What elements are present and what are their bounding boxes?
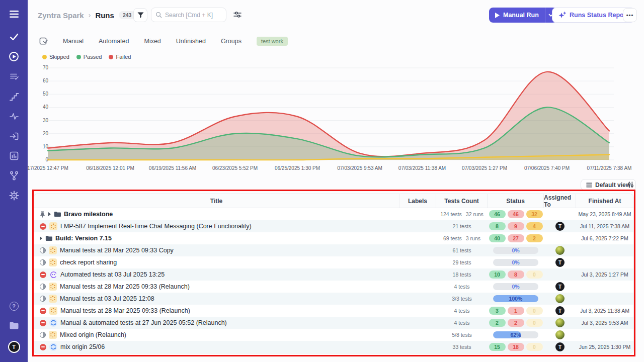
title-cell: Manual tests at 28 Mar 2025 09:33 (Relau… [34,281,399,293]
run-title[interactable]: check report sharing [60,259,117,266]
help-icon[interactable]: ? [10,302,19,311]
default-view-label: Default view [595,182,630,189]
sign-in-icon[interactable] [9,131,20,142]
tab-manual[interactable]: Manual [63,38,84,45]
table-row[interactable]: Mixed origin (Relaunch)5/8 tests62% [34,329,633,341]
assigned-to-cell [544,268,576,281]
test-plans-icon[interactable] [9,71,20,82]
column-header-labels[interactable]: Labels [399,194,436,208]
settings-gear-icon[interactable] [9,190,20,201]
run-title[interactable]: Bravo milestone [64,211,113,218]
run-title[interactable]: Automated tests at 03 Jul 2025 13:25 [60,271,165,278]
projects-folder-icon[interactable] [9,320,20,331]
tab-mixed[interactable]: Mixed [144,38,160,45]
finished-at-cell: Jul 11, 2025 7:38 AM [576,220,633,232]
filter-button[interactable] [133,8,147,22]
column-header-title[interactable]: Title [34,194,399,208]
milestones-steps-icon[interactable] [9,91,20,102]
column-header-finished-at[interactable]: Finished At [576,194,633,208]
run-title[interactable]: Build: Version 7.15 [55,235,112,242]
tests-count-cell: 33 tests [436,341,488,353]
expand-caret-icon[interactable] [48,212,51,216]
table-row[interactable]: Manual tests at 03 Jul 2025 12:083/3 tes… [34,293,633,305]
user-avatar[interactable]: T [8,341,20,353]
tab-automated[interactable]: Automated [99,38,129,45]
column-header-status[interactable]: Status [488,194,544,208]
table-row[interactable]: LMP-587 Implement Real-Time Chat Messagi… [34,220,633,232]
assignee-avatar[interactable] [555,330,565,339]
run-play-icon[interactable] [9,51,20,62]
table-row[interactable]: check report sharing29 tests0%T [34,256,633,268]
progress-label: 0% [493,259,538,266]
finished-at: Jul 3, 2025 9:53 AM [582,320,628,326]
run-title[interactable]: Manual & automated tests at 27 Jun 2025 … [60,319,227,326]
legend-item: Failed [109,54,131,60]
assignee-avatar[interactable]: T [555,258,565,267]
pin-icon[interactable] [40,211,45,218]
status-pills: 894 [489,222,543,230]
progress-label: 0% [493,283,538,290]
assignee-avatar[interactable] [555,318,565,327]
finished-at-cell: Jul 6, 2025 7:22 PM [576,232,633,244]
table-row[interactable]: Manual tests at 28 Mar 2025 09:33 Copy61… [34,244,633,256]
tasks-check-icon[interactable] [9,31,20,42]
expand-caret-icon[interactable] [40,236,42,240]
runs-status-report-button[interactable]: Runs Status Report [552,8,635,23]
run-title[interactable]: Manual tests at 28 Mar 2025 09:33 Copy [60,247,174,254]
finished-at: Jul 6, 2025 7:22 PM [581,235,628,241]
table-row[interactable]: Manual tests at 28 Mar 2025 09:33 (Relau… [34,281,633,293]
assignee-avatar[interactable]: T [555,342,565,351]
tab-unfinished[interactable]: Unfinished [176,38,206,45]
tab-groups[interactable]: Groups [221,38,242,45]
manual-run-button[interactable]: Manual Run [489,8,545,23]
run-title[interactable]: mix origin 25/06 [60,343,105,350]
labels-cell [399,208,436,220]
table-row[interactable]: Bravo milestone124 tests32 runs464632May… [34,208,633,220]
select-runs-icon[interactable] [39,37,48,46]
column-header-assigned-to[interactable]: Assigned To [544,194,576,208]
status-cell: 62% [488,329,544,341]
table-row[interactable]: Build: Version 7.1569 tests3 runs40272Ju… [34,232,633,244]
run-title[interactable]: Mixed origin (Relaunch) [60,331,126,338]
labels-cell [399,293,436,305]
finished-at-cell [576,293,633,305]
search-input[interactable] [165,12,220,19]
view-settings-icon[interactable] [627,181,634,191]
finished-at: Jul 3, 2025 11:38 AM [580,308,629,314]
menu-icon[interactable] [9,9,20,20]
assignee-avatar[interactable] [555,294,565,303]
failed-badge: 9 [508,222,524,230]
breadcrumb-project[interactable]: Zyntra Spark [38,11,84,20]
runs-count: 32 runs [466,211,484,217]
activity-pulse-icon[interactable] [9,111,20,122]
tests-count: 21 tests [453,223,471,229]
runs-count: 3 runs [466,235,480,241]
table-row[interactable]: mix origin 25/0633 tests15180TJun 25, 20… [34,341,633,353]
finished-at-cell [576,329,633,341]
run-title[interactable]: LMP-587 Implement Real-Time Chat Messagi… [60,223,252,230]
y-axis-tick: 40 [35,104,48,110]
reports-chart-icon[interactable] [9,150,20,161]
passed-badge: 8 [489,222,506,230]
assignee-avatar[interactable] [555,246,565,255]
assigned-to-cell: T [544,281,576,293]
assignee-avatar[interactable]: T [555,222,565,231]
title-cell: Manual tests at 28 Mar 2025 09:33 (Relau… [34,305,399,317]
failed-badge: 1 [508,307,524,315]
assigned-to-cell: T [544,220,576,232]
branch-icon[interactable] [9,170,20,182]
tag-badge[interactable]: test work [257,37,288,46]
column-header-tests-count[interactable]: Tests Count [436,194,488,208]
assignee-avatar[interactable]: T [555,282,565,291]
more-options-button[interactable]: ••• [623,8,637,22]
assignee-avatar[interactable]: T [555,306,565,315]
run-title[interactable]: Manual tests at 28 Mar 2025 09:33 (Relau… [60,307,190,314]
skipped-badge: 0 [526,343,543,351]
run-title[interactable]: Manual tests at 03 Jul 2025 12:08 [60,295,154,302]
mixed-run-icon [49,319,57,327]
table-row[interactable]: Manual & automated tests at 27 Jun 2025 … [34,317,633,329]
table-row[interactable]: Manual tests at 28 Mar 2025 09:33 (Relau… [34,305,633,317]
table-row[interactable]: Automated tests at 03 Jul 2025 13:2518 t… [34,268,633,281]
run-title[interactable]: Manual tests at 28 Mar 2025 09:33 (Relau… [60,283,190,290]
filter-settings-icon[interactable] [233,11,242,21]
